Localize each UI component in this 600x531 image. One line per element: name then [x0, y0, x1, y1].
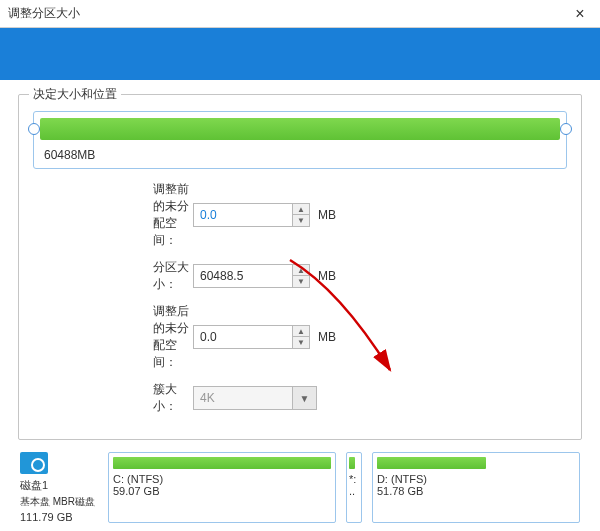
size-field-label: 分区大小： [33, 259, 193, 293]
partition-size: 59.07 GB [113, 485, 331, 497]
stepper-down-icon[interactable]: ▼ [293, 276, 309, 287]
cluster-label: 簇大小： [33, 381, 193, 415]
usage-bar [349, 457, 355, 469]
disk-total: 111.79 GB [20, 511, 98, 523]
cluster-select[interactable]: 4K ▼ [193, 386, 317, 410]
partition-slider[interactable]: 60488MB [33, 111, 567, 169]
size-position-group: 决定大小和位置 60488MB 调整前的未分配空间： ▲▼ MB 分区大小： ▲… [18, 94, 582, 440]
partition-name: *: [349, 473, 359, 485]
chevron-down-icon[interactable]: ▼ [293, 386, 317, 410]
size-label: 60488MB [40, 140, 560, 168]
close-icon[interactable]: × [568, 2, 592, 26]
after-label: 调整后的未分配空间： [33, 303, 193, 371]
partition-name: D: (NTFS) [377, 473, 575, 485]
handle-left[interactable] [28, 123, 40, 135]
group-title: 决定大小和位置 [29, 86, 121, 103]
stepper-up-icon[interactable]: ▲ [293, 204, 309, 215]
partition-name: C: (NTFS) [113, 473, 331, 485]
cluster-value: 4K [193, 386, 293, 410]
unit-label: MB [318, 208, 336, 222]
header-banner [0, 28, 600, 80]
unit-label: MB [318, 269, 336, 283]
size-input[interactable] [193, 264, 293, 288]
partition-d[interactable]: D: (NTFS) 51.78 GB [372, 452, 580, 523]
titlebar: 调整分区大小 × [0, 0, 600, 28]
disk-name: 磁盘1 [20, 478, 98, 493]
usage-bar [40, 118, 560, 140]
stepper-down-icon[interactable]: ▼ [293, 215, 309, 226]
stepper-down-icon[interactable]: ▼ [293, 337, 309, 348]
before-input[interactable] [193, 203, 293, 227]
after-input[interactable] [193, 325, 293, 349]
disk-icon [20, 452, 48, 474]
stepper-up-icon[interactable]: ▲ [293, 326, 309, 337]
disk-layout: 磁盘1 基本盘 MBR磁盘 111.79 GB C: (NTFS) 59.07 … [18, 452, 582, 523]
partition-size: 51.78 GB [377, 485, 575, 497]
handle-right[interactable] [560, 123, 572, 135]
partition-c[interactable]: C: (NTFS) 59.07 GB [108, 452, 336, 523]
window-title: 调整分区大小 [8, 5, 80, 22]
usage-bar [377, 457, 486, 469]
partition-size: .. [349, 485, 359, 497]
disk-info: 磁盘1 基本盘 MBR磁盘 111.79 GB [20, 452, 98, 523]
usage-bar [113, 457, 331, 469]
unit-label: MB [318, 330, 336, 344]
before-label: 调整前的未分配空间： [33, 181, 193, 249]
partition-mid[interactable]: *: .. [346, 452, 362, 523]
disk-type: 基本盘 MBR磁盘 [20, 495, 98, 509]
stepper-up-icon[interactable]: ▲ [293, 265, 309, 276]
